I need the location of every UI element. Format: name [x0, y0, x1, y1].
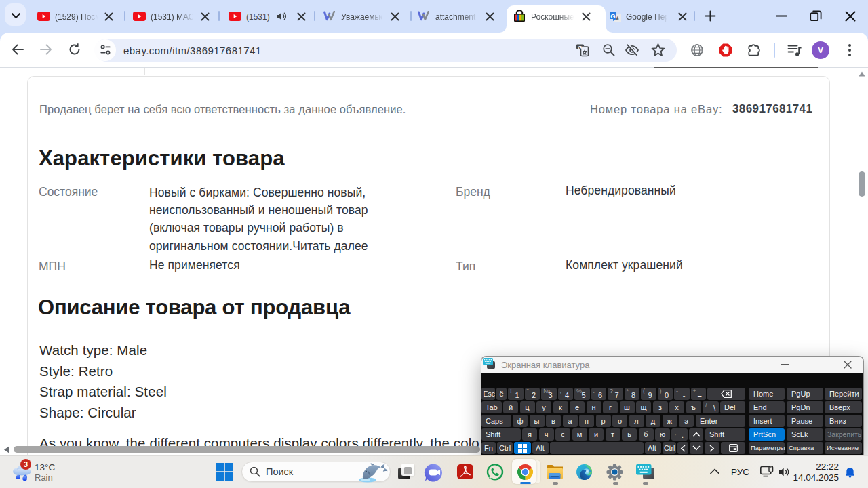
svg-text:G: G [610, 12, 615, 20]
svg-text:G: G [578, 45, 582, 51]
